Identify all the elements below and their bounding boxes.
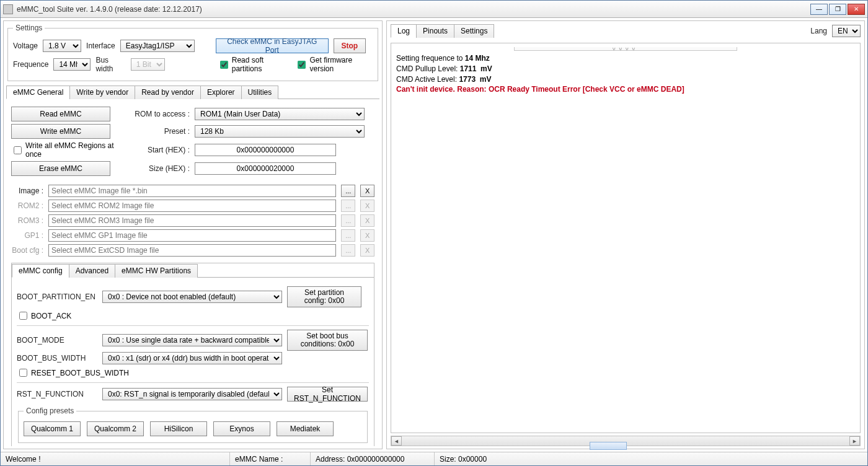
tab-advanced[interactable]: Advanced <box>69 264 115 278</box>
clear-button: X <box>360 214 374 227</box>
boot-partition-en-label: BOOT_PARTITION_EN <box>17 292 97 301</box>
log-area[interactable]: vvvv Setting frequence to 14 Mhz CMD Pul… <box>391 43 861 433</box>
read-emmc-button[interactable]: Read eMMC <box>11 107 110 121</box>
image-row: ROM3 : ... X <box>11 214 374 227</box>
image-row: ROM2 : ... X <box>11 200 374 212</box>
read-soft-partitions-checkbox[interactable]: Read soft partitions <box>218 56 291 73</box>
buswidth-select: 1 Bit <box>131 58 165 71</box>
tab-emmc-config[interactable]: eMMC config <box>12 264 69 278</box>
image-path-input <box>48 200 336 212</box>
image-path-input <box>48 244 336 257</box>
tab-write-by-vendor[interactable]: Write by vendor <box>69 86 135 99</box>
right-pane: Log Pinouts Settings Lang EN vvvv Settin… <box>386 20 865 449</box>
log-error-line: Can't init device. Reason: OCR Ready Tim… <box>396 84 855 95</box>
preset-button[interactable]: Qualcomm 2 <box>87 421 144 436</box>
frequence-select[interactable]: 14 Mhz <box>53 58 91 71</box>
log-horizontal-scrollbar[interactable]: ◄ ► <box>391 436 861 446</box>
interface-select[interactable]: EasyJtag1/ISP <box>120 40 195 52</box>
scroll-thumb[interactable] <box>590 442 627 450</box>
browse-button: ... <box>341 244 355 257</box>
voltage-select[interactable]: 1.8 V <box>43 40 81 52</box>
tab-explorer[interactable]: Explorer <box>200 86 242 99</box>
scroll-right-icon[interactable]: ► <box>849 436 860 446</box>
write-all-regions-checkbox[interactable]: Write all eMMC Regions at once <box>11 141 123 159</box>
preset-label: Preset : <box>128 127 190 136</box>
tab-pinouts[interactable]: Pinouts <box>416 24 454 38</box>
scroll-left-icon[interactable]: ◄ <box>391 436 402 446</box>
tab-read-by-vendor[interactable]: Read by vendor <box>135 86 201 99</box>
boot-bus-width-label: BOOT_BUS_WIDTH <box>17 354 97 363</box>
image-row-label: ROM2 : <box>11 201 43 210</box>
clear-button: X <box>360 229 374 242</box>
reset-boot-bus-width-checkbox[interactable]: RESET_BOOT_BUS_WIDTH <box>17 367 369 379</box>
size-hex-input[interactable] <box>195 162 336 175</box>
erase-emmc-button[interactable]: Erase eMMC <box>11 161 110 176</box>
start-hex-label: Start (HEX) : <box>128 146 190 154</box>
buswidth-label: Bus width <box>95 56 125 73</box>
preset-select[interactable]: 128 Kb <box>195 125 365 138</box>
tab-emmc-general[interactable]: eMMC General <box>6 86 70 99</box>
rst-n-function-label: RST_N_FUNCTION <box>17 390 97 398</box>
tab-log[interactable]: Log <box>391 24 417 38</box>
size-hex-label: Size (HEX) : <box>128 164 190 173</box>
log-line: Setting frequence to 14 Mhz <box>396 53 855 64</box>
boot-partition-en-select[interactable]: 0x0 : Device not boot enabled (default) <box>102 291 282 303</box>
status-welcome: Welcome ! <box>1 452 230 465</box>
boot-mode-label: BOOT_MODE <box>17 336 97 345</box>
browse-button: ... <box>341 200 355 212</box>
preset-button[interactable]: Mediatek <box>277 421 334 436</box>
log-line: CMD Pullup Level: 1711 mV <box>396 64 855 74</box>
preset-button[interactable]: Qualcomm 1 <box>24 421 81 436</box>
rom-access-select[interactable]: ROM1 (Main User Data) <box>195 108 365 120</box>
status-address: Address: 0x000000000000 <box>311 452 435 465</box>
image-path-input <box>48 229 336 242</box>
preset-button[interactable]: Exynos <box>213 421 270 436</box>
general-tab-body: Read eMMC ROM to access : ROM1 (Main Use… <box>6 99 379 446</box>
set-boot-bus-button[interactable]: Set boot bus conditions: 0x00 <box>287 330 368 351</box>
status-bar: Welcome ! eMMC Name : Address: 0x0000000… <box>1 452 867 465</box>
interface-label: Interface <box>86 42 115 50</box>
app-window: eMMC_tool Suite ver. 1.4.9.0 (release da… <box>0 0 868 466</box>
image-path-input <box>48 214 336 227</box>
lang-select[interactable]: EN <box>832 25 861 37</box>
image-path-input[interactable] <box>48 185 336 197</box>
app-icon <box>3 4 13 14</box>
main-tabs: eMMC General Write by vendor Read by ven… <box>6 85 379 99</box>
config-box: eMMC config Advanced eMMC HW Partitions … <box>11 263 374 446</box>
left-pane: Settings Voltage 1.8 V Interface EasyJta… <box>3 20 383 449</box>
image-row: Image : ... X <box>11 185 374 197</box>
get-firmware-checkbox[interactable]: Get firmware version <box>295 56 373 73</box>
tab-hw-partitions[interactable]: eMMC HW Partitions <box>115 264 198 278</box>
image-row-label: GP1 : <box>11 231 43 240</box>
check-emmc-button[interactable]: Check eMMC in EasyJTAG Port <box>216 38 329 53</box>
voltage-label: Voltage <box>13 42 38 50</box>
tab-settings[interactable]: Settings <box>454 24 494 38</box>
clear-button: X <box>360 244 374 257</box>
boot-mode-select[interactable]: 0x0 : Use single data rate + backward co… <box>102 334 282 346</box>
config-presets-legend: Config presets <box>24 407 76 415</box>
browse-button[interactable]: ... <box>341 185 355 197</box>
image-row: GP1 : ... X <box>11 229 374 242</box>
log-top-divider: vvvv <box>514 47 737 51</box>
tab-utilities[interactable]: Utilities <box>241 86 279 99</box>
rst-n-function-select[interactable]: 0x0: RST_n signal is temporarily disable… <box>102 388 282 400</box>
clear-button[interactable]: X <box>360 185 374 197</box>
maximize-button[interactable]: ❐ <box>829 4 846 15</box>
start-hex-input[interactable] <box>195 144 336 156</box>
frequence-label: Frequence <box>13 60 48 69</box>
browse-button: ... <box>341 214 355 227</box>
set-rst-n-function-button[interactable]: Set RST_N_FUNCTION <box>287 387 368 402</box>
close-button[interactable]: ✕ <box>848 4 865 15</box>
boot-bus-width-select[interactable]: 0x0 : x1 (sdr) or x4 (ddr) bus width in … <box>102 352 282 364</box>
image-row: Boot cfg : ... X <box>11 244 374 257</box>
stop-button[interactable]: Stop <box>334 38 366 53</box>
boot-ack-checkbox[interactable]: BOOT_ACK <box>17 310 369 322</box>
set-partition-config-button[interactable]: Set partition config: 0x00 <box>287 286 361 307</box>
status-size: Size: 0x00000 <box>435 452 867 465</box>
titlebar: eMMC_tool Suite ver. 1.4.9.0 (release da… <box>1 1 867 18</box>
image-row-label: ROM3 : <box>11 216 43 225</box>
image-row-label: Boot cfg : <box>11 246 43 255</box>
write-emmc-button[interactable]: Write eMMC <box>11 124 110 139</box>
preset-button[interactable]: HiSilicon <box>150 421 207 436</box>
minimize-button[interactable]: — <box>810 4 828 15</box>
